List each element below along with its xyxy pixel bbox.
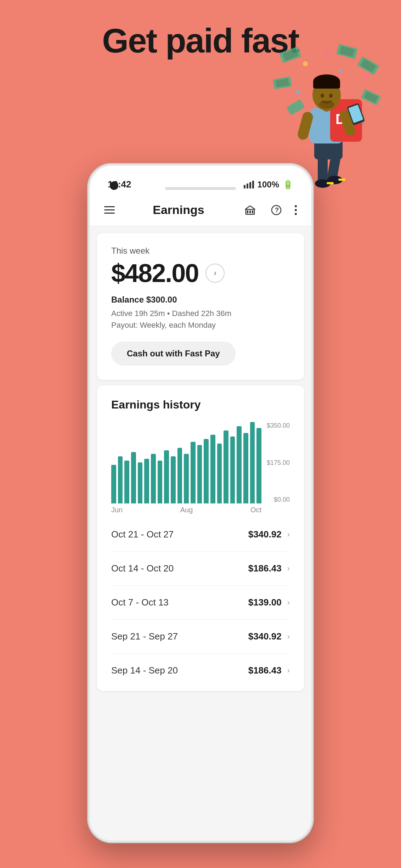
- svg-rect-21: [327, 182, 334, 184]
- history-rows: Oct 21 - Oct 27 $340.92 › Oct 14 - Oct 2…: [111, 518, 290, 687]
- chart-bar: [171, 456, 176, 503]
- history-amount: $340.92: [248, 631, 282, 642]
- content-area: This week $482.00 › Balance $300.00 Acti…: [90, 226, 311, 840]
- bank-icon[interactable]: [242, 202, 258, 218]
- chart-bar: [184, 454, 189, 503]
- history-amount: $186.43: [248, 563, 282, 574]
- chart-bar: [243, 433, 248, 503]
- history-date: Sep 14 - Sep 20: [111, 665, 178, 676]
- chart-bar: [151, 454, 156, 503]
- bottom-spacer: [90, 697, 311, 711]
- history-row[interactable]: Oct 14 - Oct 20 $186.43 ›: [111, 551, 290, 585]
- status-bar: 10:42 100% 🔋: [90, 166, 311, 194]
- chart-bar: [204, 439, 209, 503]
- history-amount: $139.00: [248, 597, 282, 608]
- earnings-card: This week $482.00 › Balance $300.00 Acti…: [97, 233, 304, 380]
- svg-point-35: [321, 94, 324, 98]
- chart-bar: [144, 459, 149, 503]
- svg-rect-34: [313, 81, 340, 89]
- battery-icon: 🔋: [283, 180, 293, 190]
- chart-bar: [138, 462, 143, 503]
- chart-bar: [237, 426, 242, 503]
- history-amount: $340.92: [248, 529, 282, 540]
- chart-bar: [197, 445, 202, 503]
- chart-bar: [230, 436, 235, 503]
- row-chevron-icon: ›: [287, 530, 290, 539]
- history-row[interactable]: Oct 21 - Oct 27 $340.92 ›: [111, 518, 290, 551]
- svg-rect-22: [338, 179, 345, 181]
- chart-bar: [250, 422, 255, 503]
- chart-bar: [124, 461, 129, 503]
- svg-rect-39: [247, 210, 248, 213]
- fast-pay-button[interactable]: Cash out with Fast Pay: [111, 342, 236, 366]
- chart-bars: [111, 422, 261, 503]
- activity-text: Active 19h 25m • Dashed 22h 36m Payout: …: [111, 308, 290, 331]
- history-amount-row: $139.00 ›: [248, 597, 290, 608]
- earnings-history-card: Earnings history $350.00 $175.00 $0.00 J…: [97, 385, 304, 691]
- svg-point-13: [339, 69, 343, 73]
- svg-point-12: [324, 51, 329, 55]
- svg-rect-41: [252, 210, 253, 213]
- earnings-history-title: Earnings history: [111, 398, 290, 411]
- history-row[interactable]: Sep 21 - Sep 27 $340.92 ›: [111, 619, 290, 653]
- row-chevron-icon: ›: [287, 632, 290, 641]
- history-date: Oct 21 - Oct 27: [111, 529, 174, 540]
- y-label-low: $0.00: [274, 496, 290, 503]
- svg-point-14: [303, 61, 308, 66]
- chart-bar: [177, 448, 182, 503]
- balance-text: Balance $300.00: [111, 295, 290, 305]
- history-amount: $186.43: [248, 665, 282, 676]
- earnings-amount-row: $482.00 ›: [111, 259, 290, 288]
- earnings-detail-button[interactable]: ›: [205, 264, 225, 283]
- svg-rect-40: [249, 210, 251, 213]
- y-label-high: $350.00: [267, 422, 290, 429]
- history-amount-row: $186.43 ›: [248, 665, 290, 676]
- phone-frame: 10:42 100% 🔋 Earnings: [87, 163, 314, 843]
- earnings-chart: $350.00 $175.00 $0.00 Jun Aug Oct: [111, 422, 290, 514]
- earnings-amount: $482.00: [111, 259, 198, 288]
- svg-point-36: [329, 94, 333, 98]
- chart-y-labels: $350.00 $175.00 $0.00: [267, 422, 290, 503]
- menu-button[interactable]: [104, 206, 115, 214]
- chart-bar: [191, 442, 196, 503]
- svg-rect-10: [286, 99, 305, 115]
- row-chevron-icon: ›: [287, 666, 290, 675]
- nav-title: Earnings: [153, 203, 204, 217]
- week-label: This week: [111, 246, 290, 256]
- history-amount-row: $186.43 ›: [248, 563, 290, 574]
- x-label-aug: Aug: [180, 506, 193, 514]
- chart-bar: [256, 428, 261, 503]
- svg-point-15: [364, 76, 367, 80]
- history-date: Oct 7 - Oct 13: [111, 597, 169, 608]
- svg-point-37: [319, 100, 334, 109]
- status-right: 100% 🔋: [244, 180, 293, 190]
- help-icon[interactable]: ?: [269, 202, 284, 218]
- chart-bar: [224, 430, 228, 503]
- chart-bar: [210, 435, 215, 503]
- chart-bar: [118, 456, 123, 503]
- history-date: Sep 21 - Sep 27: [111, 631, 178, 642]
- history-row[interactable]: Sep 14 - Sep 20 $186.43 ›: [111, 653, 290, 687]
- history-amount-row: $340.92 ›: [248, 631, 290, 642]
- history-amount-row: $340.92 ›: [248, 529, 290, 540]
- chart-x-labels: Jun Aug Oct: [111, 506, 261, 514]
- chart-bar: [111, 465, 116, 503]
- more-options-icon[interactable]: [295, 205, 297, 215]
- battery-percent: 100%: [258, 180, 279, 190]
- chart-bar: [131, 452, 136, 503]
- chart-bar: [164, 450, 169, 503]
- nav-icons: ?: [242, 202, 297, 218]
- row-chevron-icon: ›: [287, 564, 290, 573]
- y-label-mid: $175.00: [267, 459, 290, 467]
- front-camera: [110, 181, 118, 190]
- x-label-jun: Jun: [111, 506, 123, 514]
- history-date: Oct 14 - Oct 20: [111, 563, 174, 574]
- svg-point-16: [296, 90, 300, 94]
- signal-bars-icon: [244, 181, 254, 188]
- svg-text:?: ?: [275, 207, 279, 214]
- speaker-grille: [165, 187, 236, 190]
- x-label-oct: Oct: [250, 506, 261, 514]
- row-chevron-icon: ›: [287, 598, 290, 607]
- history-row[interactable]: Oct 7 - Oct 13 $139.00 ›: [111, 585, 290, 619]
- chart-bar: [158, 461, 163, 503]
